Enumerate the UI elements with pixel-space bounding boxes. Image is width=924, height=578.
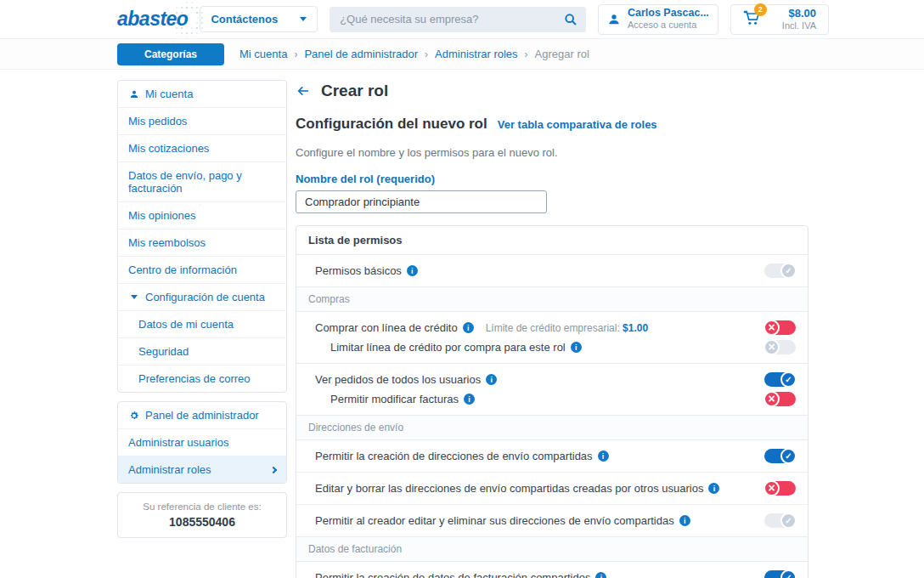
sidebar-item-label: Administrar usuarios [128, 436, 229, 449]
contact-dropdown[interactable]: Contáctenos [200, 6, 318, 32]
sidebar-item-seguridad[interactable]: Seguridad [118, 337, 286, 365]
breadcrumb-panel-admin[interactable]: Panel de administrador [304, 48, 418, 60]
compare-roles-link[interactable]: Ver tabla comparativa de roles [498, 118, 657, 131]
toggle-knob [780, 513, 797, 529]
toggle-crear-direcciones[interactable] [764, 449, 796, 463]
info-icon[interactable] [571, 342, 582, 353]
toggle-knob [780, 448, 797, 464]
page: abasteo Contáctenos Carlos Pascac... Acc… [0, 0, 924, 578]
description-text: Configure el nombre y los permisos para … [296, 146, 808, 159]
sidebar-item-label: Seguridad [138, 345, 189, 358]
caret-down-icon [300, 17, 307, 21]
sidebar-item-label: Configuración de cuenta [145, 291, 265, 303]
search-button[interactable] [561, 10, 581, 29]
permission-label: Limitar línea de crédito por compra para… [330, 341, 566, 354]
user-icon [128, 89, 139, 99]
credit-limit-note: Límite de crédito empresarial: $1.00 [486, 322, 648, 334]
sidebar-item-label: Mis cotizaciones [128, 142, 209, 155]
sidebar-item-label: Centro de información [128, 264, 237, 276]
search-input[interactable] [330, 7, 586, 32]
credit-limit-value: $1.00 [623, 322, 648, 334]
cart-tax-label: Incl. IVA [782, 20, 816, 32]
sidebar-item-label: Mis opiniones [128, 209, 196, 222]
info-icon[interactable] [679, 515, 690, 526]
sidebar-item-datos-envio[interactable]: Datos de envío, pago y facturación [118, 162, 286, 201]
top-header: abasteo Contáctenos Carlos Pascac... Acc… [0, 0, 924, 39]
sidebar-item-centro-informacion[interactable]: Centro de información [118, 256, 286, 283]
sidebar-item-label: Mis pedidos [128, 115, 187, 128]
permission-section-compras: Compras [296, 286, 808, 312]
chevron-right-icon [270, 466, 277, 473]
sidebar-item-mis-reembolsos[interactable]: Mis reembolsos [118, 229, 286, 256]
permission-label: Editar y borrar las direcciones de envío… [315, 482, 703, 495]
back-arrow-icon[interactable] [296, 84, 311, 98]
breadcrumb-current: Agregar rol [535, 48, 589, 60]
content: Mi cuenta Mis pedidos Mis cotizaciones D… [0, 70, 924, 578]
section-title: Configuración del nuevo rol [296, 116, 487, 133]
info-icon[interactable] [463, 322, 474, 333]
brand-logo[interactable]: abasteo [117, 8, 188, 31]
sidebar-item-mis-opiniones[interactable]: Mis opiniones [118, 201, 286, 229]
toggle-comprar-linea-credito[interactable] [764, 320, 796, 335]
search-bar [330, 7, 586, 32]
breadcrumb-separator-icon: › [525, 48, 528, 60]
sidebar-item-label: Mis reembolsos [128, 236, 206, 249]
toggle-creador-editar-direcciones [764, 513, 796, 528]
categories-button[interactable]: Categorías [117, 43, 224, 65]
info-icon[interactable] [598, 450, 609, 462]
sidebar-item-panel-administrador[interactable]: Panel de administrador [118, 402, 286, 428]
sidebar-item-label: Administrar roles [128, 463, 211, 476]
toggle-permisos-basicos [764, 264, 796, 278]
toggle-knob [780, 570, 797, 578]
sidebar-item-administrar-usuarios[interactable]: Administrar usuarios [118, 428, 286, 456]
permission-row: Ver pedidos de todos los usuarios [296, 364, 808, 390]
sidebar: Mi cuenta Mis pedidos Mis cotizaciones D… [117, 80, 287, 547]
account-menu-card: Mi cuenta Mis pedidos Mis cotizaciones D… [117, 80, 287, 393]
sidebar-item-label: Datos de mi cuenta [138, 318, 234, 331]
cart-button[interactable]: 2 $8.00 Incl. IVA [730, 4, 829, 35]
user-name: Carlos Pascac... [628, 7, 709, 20]
breadcrumb: Mi cuenta › Panel de administrador › Adm… [239, 48, 589, 60]
toggle-knob [780, 371, 797, 388]
breadcrumb-administrar-roles[interactable]: Administrar roles [435, 48, 518, 60]
sidebar-item-preferencias-correo[interactable]: Preferencias de correo [118, 365, 286, 392]
account-menu[interactable]: Carlos Pascac... Acceso a cuenta [598, 4, 718, 35]
client-reference-number: 1085550406 [125, 515, 279, 529]
sidebar-item-label: Panel de administrador [145, 409, 259, 422]
sidebar-item-mis-pedidos[interactable]: Mis pedidos [118, 107, 286, 134]
permission-row: Permitir modificar facturas [296, 390, 808, 415]
cart-icon-wrap: 2 [743, 9, 760, 30]
toggle-crear-datos-facturacion[interactable] [764, 570, 796, 578]
permission-row: Permitir al creador editar y eliminar su… [296, 504, 808, 536]
toggle-ver-pedidos[interactable] [764, 372, 796, 387]
breadcrumb-separator-icon: › [294, 48, 297, 60]
sidebar-item-administrar-roles[interactable]: Administrar roles [118, 456, 286, 483]
info-icon[interactable] [464, 394, 475, 405]
role-name-input[interactable] [296, 190, 547, 213]
info-icon[interactable] [407, 265, 418, 276]
permission-label: Ver pedidos de todos los usuarios [315, 373, 481, 386]
sidebar-item-mis-cotizaciones[interactable]: Mis cotizaciones [118, 134, 286, 162]
info-icon[interactable] [708, 483, 719, 494]
account-access-label: Acceso a cuenta [628, 20, 709, 31]
toggle-knob [763, 320, 780, 336]
toggle-modificar-facturas[interactable] [764, 392, 796, 406]
permission-row: Permisos básicos [296, 255, 808, 286]
user-icon [607, 13, 621, 26]
breadcrumb-mi-cuenta[interactable]: Mi cuenta [239, 48, 287, 60]
permission-row: Permitir la creación de datos de factura… [296, 562, 808, 578]
toggle-knob [763, 480, 780, 496]
info-icon[interactable] [595, 572, 606, 578]
permission-label: Permitir la creación de direcciones de e… [315, 450, 593, 462]
breadcrumb-separator-icon: › [425, 48, 428, 60]
toggle-knob [763, 391, 780, 407]
permission-row: Comprar con línea de crédito Límite de c… [296, 312, 808, 338]
info-icon[interactable] [486, 374, 497, 385]
toggle-limitar-linea-credito [764, 340, 796, 354]
permission-label: Permitir modificar facturas [330, 393, 459, 405]
page-title: Crear rol [321, 82, 388, 100]
sidebar-item-datos-mi-cuenta[interactable]: Datos de mi cuenta [118, 310, 286, 337]
sidebar-item-mi-cuenta[interactable]: Mi cuenta [118, 81, 286, 107]
sidebar-item-configuracion-cuenta[interactable]: Configuración de cuenta [118, 283, 286, 310]
toggle-editar-direcciones-otros[interactable] [764, 481, 796, 496]
